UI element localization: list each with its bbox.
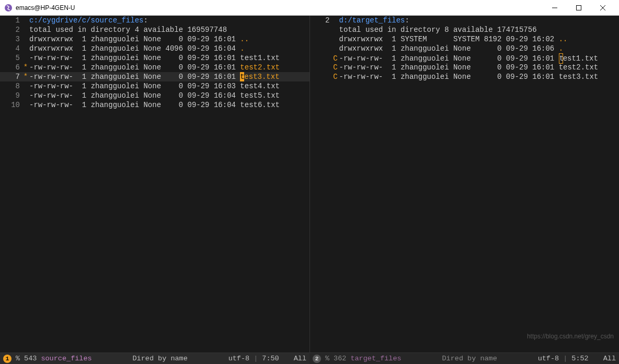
date: 09-29 bbox=[506, 73, 528, 81]
dired-row[interactable]: 3 drwxrwxrwx 1 zhangguolei None 0 09-29 … bbox=[0, 34, 310, 44]
time: 16:01 bbox=[532, 73, 554, 81]
dired-row[interactable]: 9 -rw-rw-rw- 1 zhangguolei None 0 09-29 … bbox=[0, 91, 310, 100]
line-number bbox=[310, 25, 332, 34]
time: 16:01 bbox=[214, 54, 236, 62]
major-mode: Dired by name bbox=[132, 355, 187, 362]
line-number: 1 bbox=[0, 16, 22, 25]
filename[interactable]: .. bbox=[559, 35, 568, 43]
filename[interactable]: test6.txt bbox=[240, 101, 280, 109]
mark-indicator: * bbox=[22, 63, 29, 72]
modeline-left[interactable]: 1 % 543 source_files Dired by name utf-8… bbox=[0, 353, 310, 364]
time: 16:01 bbox=[532, 54, 554, 63]
right-pane[interactable]: 2 d:/target_files: total used in directo… bbox=[310, 16, 620, 353]
date: 09-29 bbox=[188, 82, 210, 90]
filename[interactable]: test1.txt bbox=[240, 54, 280, 62]
dired-row[interactable]: 6*-rw-rw-rw- 1 zhangguolei None 0 09-29 … bbox=[0, 63, 310, 72]
time: 16:01 bbox=[214, 35, 236, 43]
line-number: 3 bbox=[0, 34, 22, 44]
link-count: 1 bbox=[82, 91, 86, 100]
group: None bbox=[143, 73, 161, 81]
permissions: -rw-rw-rw- bbox=[339, 73, 383, 81]
window-controls bbox=[543, 0, 615, 16]
time: 16:06 bbox=[532, 44, 554, 53]
dired-row[interactable]: 4 drwxrwxrwx 1 zhangguolei None 4096 09-… bbox=[0, 44, 310, 53]
owner: zhangguolei bbox=[91, 101, 139, 109]
right-buffer[interactable]: 2 d:/target_files: total used in directo… bbox=[310, 16, 620, 353]
owner: zhangguolei bbox=[91, 82, 139, 90]
time: 16:01 bbox=[214, 73, 236, 81]
dired-row[interactable]: C-rw-rw-rw- 1 zhangguolei None 0 09-29 1… bbox=[310, 72, 620, 81]
filename[interactable]: . bbox=[559, 44, 563, 53]
minimize-button[interactable] bbox=[543, 0, 567, 16]
date: 09-29 bbox=[188, 73, 210, 81]
close-button[interactable] bbox=[591, 0, 615, 16]
permissions: -rw-rw-rw- bbox=[29, 54, 73, 62]
window-number-badge: 2 bbox=[313, 355, 321, 363]
filename[interactable]: test5.txt bbox=[240, 91, 280, 100]
dired-totals: total used in directory 4 available 1695… bbox=[29, 26, 227, 34]
size: 4096 bbox=[165, 44, 183, 53]
window-title: emacs@HP-4GEN-U bbox=[16, 4, 543, 11]
dired-row[interactable]: 1 c:/cygdrive/c/source_files: bbox=[0, 16, 310, 25]
emacs-icon bbox=[4, 4, 13, 12]
link-count: 1 bbox=[82, 35, 86, 43]
filename[interactable]: est1.txt bbox=[563, 54, 598, 63]
filename[interactable]: test4.txt bbox=[240, 82, 280, 90]
dired-row[interactable]: C-rw-rw-rw- 1 zhangguolei None 0 09-29 1… bbox=[310, 63, 620, 72]
date: 09-29 bbox=[188, 101, 210, 109]
maximize-button[interactable] bbox=[567, 0, 591, 16]
dired-row[interactable]: 5 -rw-rw-rw- 1 zhangguolei None 0 09-29 … bbox=[0, 53, 310, 63]
owner: zhangguolei bbox=[91, 54, 139, 62]
link-count: 1 bbox=[82, 82, 86, 90]
window-number-badge: 1 bbox=[3, 355, 12, 363]
filename[interactable]: . bbox=[240, 44, 244, 53]
dired-path[interactable]: d:/target_files bbox=[339, 16, 405, 25]
permissions: -rw-rw-rw- bbox=[29, 91, 73, 100]
mark-indicator bbox=[22, 16, 29, 25]
modeline-right[interactable]: 2 % 362 target_files Dired by name utf-8… bbox=[310, 353, 619, 364]
owner: zhangguolei bbox=[400, 73, 449, 81]
permissions: drwxrwxrwx bbox=[29, 44, 73, 53]
owner: zhangguolei bbox=[91, 73, 139, 81]
group: None bbox=[143, 82, 161, 90]
dired-row[interactable]: 2 total used in directory 4 available 16… bbox=[0, 25, 310, 34]
watermark: https://blog.csdn.net/grey_csdn bbox=[527, 333, 614, 340]
dired-row[interactable]: C-rw-rw-rw- 1 zhangguolei None 0 09-29 1… bbox=[310, 53, 620, 63]
date: 09-29 bbox=[188, 63, 210, 72]
time: 16:04 bbox=[214, 44, 236, 53]
mark-indicator bbox=[332, 25, 339, 34]
dired-row[interactable]: 8 -rw-rw-rw- 1 zhangguolei None 0 09-29 … bbox=[0, 81, 310, 91]
line-number bbox=[310, 34, 332, 44]
filename[interactable]: test2.txt bbox=[240, 63, 280, 72]
group: SYSTEM bbox=[453, 35, 479, 43]
split-panes: 1 c:/cygdrive/c/source_files: 2 total us… bbox=[0, 16, 619, 353]
left-buffer[interactable]: 1 c:/cygdrive/c/source_files: 2 total us… bbox=[0, 16, 310, 353]
filename[interactable]: est3.txt bbox=[244, 73, 279, 81]
dired-row[interactable]: drwxrwxrwx 1 zhangguolei None 0 09-29 16… bbox=[310, 44, 620, 53]
dired-row[interactable]: total used in directory 8 available 1747… bbox=[310, 25, 620, 34]
dired-row[interactable]: drwxrwxrwx 1 SYSTEM SYSTEM 8192 09-29 16… bbox=[310, 34, 620, 44]
size: 0 bbox=[165, 54, 183, 62]
size: 0 bbox=[165, 35, 183, 43]
date: 09-29 bbox=[188, 54, 210, 62]
link-count: 1 bbox=[392, 44, 396, 53]
line-number bbox=[310, 54, 332, 63]
encoding: utf-8 bbox=[228, 355, 250, 362]
filename[interactable]: test2.txt bbox=[559, 63, 599, 72]
filename[interactable]: test3.txt bbox=[559, 73, 599, 81]
link-count: 1 bbox=[392, 54, 396, 63]
dired-row[interactable]: 7*-rw-rw-rw- 1 zhangguolei None 0 09-29 … bbox=[0, 72, 310, 81]
modified-indicator: % bbox=[325, 355, 329, 362]
group: None bbox=[453, 44, 479, 53]
filename[interactable]: .. bbox=[240, 35, 249, 43]
dired-row[interactable]: 2 d:/target_files: bbox=[310, 16, 620, 25]
group: None bbox=[143, 54, 161, 62]
left-pane[interactable]: 1 c:/cygdrive/c/source_files: 2 total us… bbox=[0, 16, 310, 353]
time: 16:03 bbox=[214, 82, 236, 90]
mark-indicator bbox=[332, 34, 339, 44]
buffer-name: source_files bbox=[41, 355, 91, 362]
dired-path[interactable]: c:/cygdrive/c/source_files bbox=[29, 16, 143, 25]
dired-row[interactable]: 10 -rw-rw-rw- 1 zhangguolei None 0 09-29… bbox=[0, 100, 310, 110]
buffer-name: target_files bbox=[350, 355, 401, 362]
group: None bbox=[143, 44, 161, 53]
